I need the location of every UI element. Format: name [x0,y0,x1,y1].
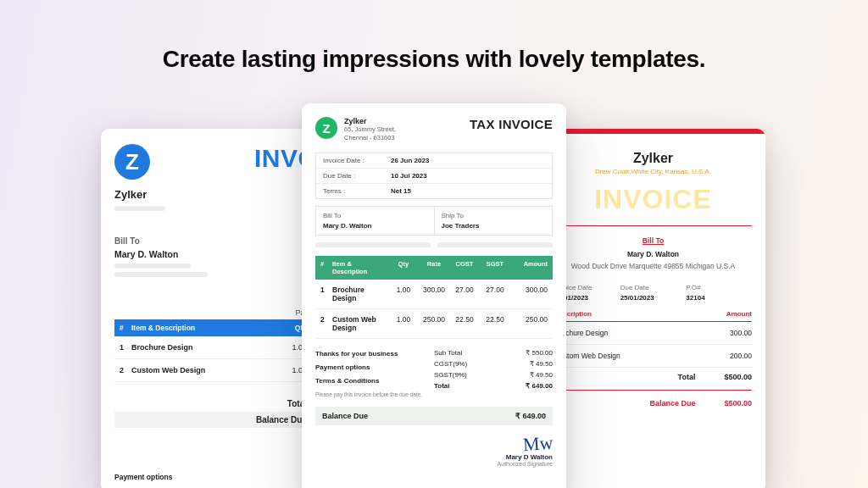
invoice-title: TAX INVOICE [470,117,553,131]
zylker-logo-icon: Z [114,144,150,180]
company-address: Drew Court,White City, Kansas, U.S.A. [554,168,752,175]
signature-icon: Mw [522,436,553,452]
zylker-logo-icon: Z [315,117,337,139]
totals-block: Total Balance Due [114,396,312,428]
invoice-meta: Invoice Date25/01/2023 Due Date25/01/202… [554,284,752,302]
table-row: Brochure Design300.00 [554,322,752,345]
footer-payment-options: Payment options [114,473,172,481]
company-block: Z Zylker 65, Jommy Street, Chennai - 631… [315,117,396,142]
balance-row: Balance Due₹ 649.00 [315,407,553,425]
table-row: 2 Custom Web Design 1.00 250.00 22.50 22… [315,309,553,339]
templates-stage: Z INVOICE Zylker Bill To Mary D. Walton … [0,103,868,488]
divider [554,390,752,391]
template-card-left: Z INVOICE Zylker Bill To Mary D. Walton … [101,129,326,488]
table-row: Custom Web Design200.00 [554,345,752,368]
balance-row: Balance Due$500.00 [554,394,752,413]
company-name: Zylker [114,188,312,201]
items-header: # Item & Description Qty [114,319,312,336]
total-row: Total$500.00 [554,368,752,386]
table-row: 1 Brochure Design 1.00 300.00 27.00 27.0… [315,280,553,309]
footer-notes: Thanks for your business Payment options… [315,347,434,402]
items-header: # Item & Description Qty Rate CGST SGST … [315,256,553,280]
page-headline: Create lasting impressions with lovely t… [0,46,868,73]
placeholder-line [114,272,208,277]
company-address: Chennai - 631603 [344,134,396,142]
invoice-title: INVOICE [554,184,752,215]
template-card-center: Z Zylker 65, Jommy Street, Chennai - 631… [302,103,566,488]
bill-to-block: Bill To Mary D. Walton Wood Duck Drive M… [554,235,752,272]
bill-to-name: Mary D. Walton [114,249,312,259]
company-name: Zylker [344,117,396,125]
bill-to-label: Bill To [114,236,312,246]
signature-block: Mw Mary D Walton Authorized Signature [315,437,553,467]
table-row: 1 Brochure Design 1.00 [114,336,312,359]
bill-ship-row: Bill ToMary D. Walton Ship ToJoe Traders [315,206,553,236]
company-address: 65, Jommy Street, [344,125,396,134]
placeholder-row [315,242,553,247]
placeholder-line [114,206,165,211]
divider [554,225,752,226]
items-header: DescriptionAmount [554,310,752,322]
template-card-right: Zylker Drew Court,White City, Kansas, U.… [541,129,765,488]
placeholder-line [114,263,191,269]
totals-block: Sub Total₹ 550.00 CGST(9%)₹ 49.50 SGST(9… [434,347,553,402]
company-name: Zylker [554,151,752,166]
invoice-meta: Invoice Date :26 Jun 2023 Due Date :10 J… [315,152,553,199]
table-row: 2 Custom Web Design 1.00 [114,359,312,382]
